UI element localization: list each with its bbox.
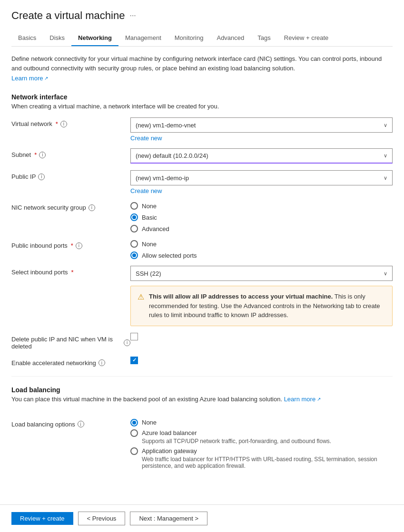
lb-azure-balancer-group: Azure load balancer Supports all TCP/UDP…	[130, 429, 393, 445]
enable-accelerated-row: Enable accelerated networking i	[11, 357, 393, 367]
nic-security-basic-radio[interactable]	[130, 213, 138, 221]
virtual-network-control: (new) vm1-demo-vnet ∨ Create new	[130, 117, 393, 142]
nic-security-group-control: None Basic Advanced	[130, 201, 393, 232]
public-inbound-ports-row: Public inbound ports * i None Allow sele…	[11, 239, 393, 259]
lb-app-gateway[interactable]: Application gateway	[130, 447, 393, 455]
lb-learn-more-link[interactable]: Learn more ↗	[284, 396, 321, 403]
public-inbound-ports-control: None Allow selected ports	[130, 239, 393, 259]
inbound-required-star: *	[71, 242, 73, 249]
lb-options-info-icon[interactable]: i	[78, 421, 84, 427]
nic-security-group-row: NIC network security group i None Basic …	[11, 201, 393, 232]
network-interface-title: Network interface	[11, 93, 393, 101]
external-link-icon: ↗	[44, 76, 48, 81]
tab-networking[interactable]: Networking	[71, 30, 118, 46]
delete-public-ip-info-icon[interactable]: i	[124, 339, 130, 346]
lb-app-gateway-radio[interactable]	[130, 447, 138, 455]
tab-advanced[interactable]: Advanced	[210, 30, 251, 46]
inbound-allow-selected[interactable]: Allow selected ports	[130, 251, 393, 259]
inbound-warning-box: ⚠ This will allow all IP addresses to ac…	[130, 286, 393, 326]
lb-azure-balancer-radio[interactable]	[130, 429, 138, 437]
inbound-none[interactable]: None	[130, 240, 393, 248]
nic-security-advanced-radio[interactable]	[130, 225, 138, 232]
delete-public-ip-checkbox[interactable]	[130, 333, 138, 340]
virtual-network-label: Virtual network * i	[11, 117, 130, 127]
next-button[interactable]: Next : Management >	[130, 512, 207, 525]
subnet-required-star: *	[34, 151, 37, 158]
tab-management[interactable]: Management	[118, 30, 168, 46]
delete-public-ip-checkbox-row	[130, 333, 393, 340]
select-inbound-chevron: ∨	[384, 271, 387, 277]
virtual-network-row: Virtual network * i (new) vm1-demo-vnet …	[11, 117, 393, 142]
footer: Review + create < Previous Next : Manage…	[0, 504, 404, 532]
public-ip-info-icon[interactable]: i	[38, 174, 45, 180]
lb-azure-balancer[interactable]: Azure load balancer	[130, 429, 393, 437]
virtual-network-create-new[interactable]: Create new	[130, 135, 393, 142]
delete-public-ip-row: Delete public IP and NIC when VM is dele…	[11, 333, 393, 350]
lb-external-link-icon: ↗	[317, 397, 321, 402]
tab-monitoring[interactable]: Monitoring	[168, 30, 210, 46]
select-inbound-ports-select[interactable]: SSH (22) ∨	[130, 266, 393, 281]
subnet-info-icon[interactable]: i	[39, 152, 46, 158]
tab-disks[interactable]: Disks	[43, 30, 71, 46]
inbound-ports-info-icon[interactable]: i	[76, 242, 82, 249]
tab-basics[interactable]: Basics	[11, 30, 43, 46]
subnet-row: Subnet * i (new) default (10.2.0.0/24) ∨	[11, 148, 393, 164]
delete-public-ip-label: Delete public IP and NIC when VM is dele…	[11, 333, 130, 350]
public-ip-create-new[interactable]: Create new	[130, 187, 393, 194]
nic-security-advanced[interactable]: Advanced	[130, 225, 393, 232]
tab-review-create[interactable]: Review + create	[277, 30, 335, 46]
nic-security-none[interactable]: None	[130, 202, 393, 210]
nic-security-none-radio[interactable]	[130, 202, 138, 210]
lb-app-gateway-sub: Web traffic load balancer for HTTP/HTTPS…	[142, 456, 393, 469]
required-star: *	[56, 120, 58, 127]
virtual-network-chevron: ∨	[384, 122, 387, 128]
lb-app-gateway-group: Application gateway Web traffic load bal…	[130, 447, 393, 469]
page-title-section: Create a virtual machine ···	[11, 10, 393, 22]
enable-accelerated-control	[130, 357, 393, 364]
learn-more-link[interactable]: Learn more ↗	[11, 75, 48, 82]
page-title: Create a virtual machine	[11, 10, 125, 22]
enable-accelerated-checkbox[interactable]	[130, 357, 138, 364]
lb-options-label: Load balancing options i	[11, 418, 130, 428]
subnet-chevron: ∨	[384, 153, 387, 159]
page-description: Define network connectivity for your vir…	[11, 54, 393, 73]
delete-public-ip-control	[130, 333, 393, 340]
network-interface-desc: When creating a virtual machine, a netwo…	[11, 103, 393, 110]
public-ip-label: Public IP i	[11, 170, 130, 180]
subnet-label: Subnet * i	[11, 148, 130, 158]
lb-options-row: Load balancing options i None Azure load…	[11, 418, 393, 469]
tab-bar: Basics Disks Networking Management Monit…	[11, 30, 393, 47]
previous-button[interactable]: < Previous	[78, 512, 126, 525]
warning-triangle-icon: ⚠	[138, 292, 144, 320]
nic-security-basic[interactable]: Basic	[130, 213, 393, 221]
page-title-more[interactable]: ···	[129, 11, 136, 20]
subnet-select[interactable]: (new) default (10.2.0.0/24) ∨	[130, 148, 393, 164]
select-inbound-required-star: *	[71, 269, 74, 276]
public-ip-row: Public IP i (new) vm1-demo-ip ∨ Create n…	[11, 170, 393, 194]
warning-text: This will allow all IP addresses to acce…	[149, 292, 385, 320]
select-inbound-ports-control: SSH (22) ∨ ⚠ This will allow all IP addr…	[130, 266, 393, 326]
select-inbound-ports-label: Select inbound ports *	[11, 266, 130, 276]
section-divider	[11, 376, 393, 377]
inbound-allow-selected-radio[interactable]	[130, 251, 138, 259]
nic-security-group-label: NIC network security group i	[11, 201, 130, 211]
public-ip-control: (new) vm1-demo-ip ∨ Create new	[130, 170, 393, 194]
public-ip-chevron: ∨	[384, 175, 387, 181]
subnet-control: (new) default (10.2.0.0/24) ∨	[130, 148, 393, 164]
public-ip-select[interactable]: (new) vm1-demo-ip ∨	[130, 170, 393, 185]
public-inbound-ports-label: Public inbound ports * i	[11, 239, 130, 249]
tab-tags[interactable]: Tags	[251, 30, 277, 46]
nic-security-info-icon[interactable]: i	[89, 204, 95, 211]
lb-azure-balancer-sub: Supports all TCP/UDP network traffic, po…	[142, 438, 393, 445]
inbound-none-radio[interactable]	[130, 240, 138, 248]
virtual-network-select[interactable]: (new) vm1-demo-vnet ∨	[130, 117, 393, 133]
lb-none-radio[interactable]	[130, 419, 138, 426]
enable-accelerated-info-icon[interactable]: i	[99, 359, 105, 366]
virtual-network-info-icon[interactable]: i	[60, 121, 67, 127]
load-balancing-title: Load balancing	[11, 386, 393, 394]
load-balancing-desc: You can place this virtual machine in th…	[11, 396, 393, 410]
enable-accelerated-checkbox-row	[130, 357, 393, 364]
enable-accelerated-label: Enable accelerated networking i	[11, 357, 130, 367]
review-create-button[interactable]: Review + create	[11, 512, 73, 525]
lb-none[interactable]: None	[130, 419, 393, 426]
